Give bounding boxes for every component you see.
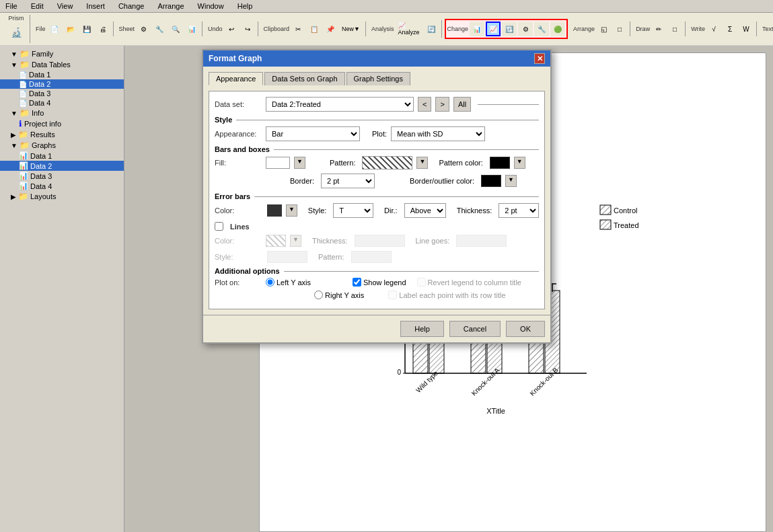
ok-btn[interactable]: OK	[506, 321, 545, 337]
help-btn[interactable]: Help	[400, 321, 444, 337]
fill-label: Fill:	[215, 159, 262, 167]
graphs-label: Graphs	[32, 141, 56, 149]
error-style-label: Style:	[308, 206, 327, 215]
change-btn5[interactable]: 🔧	[534, 22, 549, 36]
lines-color-box[interactable]	[266, 235, 286, 247]
show-legend-checkbox[interactable]	[353, 278, 361, 287]
cancel-btn[interactable]: Cancel	[449, 321, 501, 337]
menu-edit[interactable]: Edit	[28, 1, 46, 11]
prism-icon-btn[interactable]: 🔬	[5, 22, 27, 43]
error-thickness-select[interactable]: 2 pt	[499, 203, 539, 218]
sidebar-item-results[interactable]: ▶ 📁 Results	[0, 129, 124, 140]
border-color-dropdown[interactable]: ▼	[505, 175, 517, 187]
toolbar-analysis-section: Analysis 📈 Analyze 🔄	[369, 20, 442, 38]
change-btn6[interactable]: 🟢	[550, 22, 565, 36]
new-dropdown-btn[interactable]: New▼	[339, 22, 363, 36]
border-select[interactable]: 2 pt	[321, 174, 375, 188]
right-y-radio[interactable]	[314, 291, 323, 299]
right-y-radio-label[interactable]: Right Y axis	[314, 291, 364, 299]
format-graph-dialog: Format Graph ✕ Appearance Data Sets on G…	[202, 49, 552, 344]
dataset-all-btn[interactable]: All	[453, 97, 471, 112]
sidebar-item-datatables[interactable]: ▼ 📁 Data Tables	[0, 59, 124, 70]
tab-datasets-on-graph[interactable]: Data Sets on Graph	[264, 72, 344, 85]
menu-help[interactable]: Help	[235, 1, 256, 11]
prism-label: Prism	[9, 15, 24, 22]
label-each-checkbox-label[interactable]: Label each point with its row title	[388, 291, 505, 299]
error-dir-select[interactable]: Above	[404, 203, 446, 218]
left-y-radio[interactable]	[266, 278, 274, 287]
sidebar-item-data1[interactable]: 📄 Data 1	[0, 70, 124, 79]
menu-window[interactable]: Window	[195, 1, 227, 11]
draw-btn2[interactable]: □	[667, 22, 682, 36]
sidebar-item-graphs[interactable]: ▼ 📁 Graphs	[0, 140, 124, 151]
error-color-dropdown[interactable]: ▼	[286, 204, 297, 217]
sidebar-item-data2[interactable]: 📄 Data 2	[0, 79, 124, 89]
redo-btn[interactable]: ↪	[240, 22, 255, 36]
menu-insert[interactable]: Insert	[83, 1, 108, 11]
show-legend-checkbox-label[interactable]: Show legend	[353, 278, 406, 287]
arrange-btn2[interactable]: □	[612, 22, 627, 36]
sheet-btn1[interactable]: ⚙	[136, 22, 151, 36]
sidebar-item-graph-data1[interactable]: 📊 Data 1	[0, 151, 124, 161]
tab-graph-settings[interactable]: Graph Settings	[346, 72, 410, 85]
fill-dropdown-btn[interactable]: ▼	[294, 157, 305, 169]
new-btn[interactable]: 📄	[47, 22, 62, 36]
revert-legend-checkbox-label[interactable]: Revert legend to column title	[417, 278, 521, 287]
sidebar-item-graph-data4[interactable]: 📊 Data 4	[0, 181, 124, 191]
sidebar-item-projectinfo[interactable]: ℹ Project info	[0, 118, 124, 129]
analysis-btn2[interactable]: 🔄	[424, 20, 439, 38]
sidebar-item-graph-data3[interactable]: 📊 Data 3	[0, 171, 124, 181]
sheet-btn4[interactable]: 📊	[184, 22, 199, 36]
print-btn[interactable]: 🖨	[96, 22, 110, 36]
tab-appearance[interactable]: Appearance	[209, 72, 263, 85]
dialog-close-btn[interactable]: ✕	[534, 53, 545, 64]
dataset-row: Data set: Data 2:Treated < > All	[215, 97, 539, 112]
sidebar-item-data4[interactable]: 📄 Data 4	[0, 98, 124, 108]
dataset-next-btn[interactable]: >	[435, 97, 449, 112]
sidebar-item-graph-data2[interactable]: 📊 Data 2	[0, 161, 124, 171]
border-color-box[interactable]	[481, 175, 501, 187]
cut-btn[interactable]: ✂	[291, 22, 305, 36]
analyze-btn[interactable]: 📈 Analyze	[396, 20, 422, 38]
menu-file[interactable]: File	[3, 1, 20, 11]
save-btn[interactable]: 💾	[79, 22, 94, 36]
write-btn2[interactable]: Σ	[723, 22, 737, 36]
toolbar-sheet-section: Sheet ⚙ 🔧 🔍 📊	[116, 22, 203, 36]
draw-btn1[interactable]: ✏	[651, 22, 666, 36]
pattern-dropdown-btn[interactable]: ▼	[416, 157, 428, 169]
pattern-color-dropdown[interactable]: ▼	[514, 157, 525, 169]
sidebar-item-info[interactable]: ▼ 📁 Info	[0, 108, 124, 118]
fill-color-box[interactable]	[266, 157, 290, 169]
error-style-select[interactable]: T	[333, 203, 373, 218]
paste-btn[interactable]: 📌	[323, 22, 338, 36]
dialog-title: Format Graph	[209, 54, 262, 63]
menu-view[interactable]: View	[54, 1, 76, 11]
change-btn1[interactable]: 📊	[470, 22, 484, 36]
lines-checkbox[interactable]	[215, 222, 223, 231]
undo-btn[interactable]: ↩	[224, 22, 239, 36]
copy-btn[interactable]: 📋	[307, 22, 322, 36]
appearance-select[interactable]: Bar	[266, 126, 360, 141]
change-btn2[interactable]: 📈	[486, 22, 501, 36]
lines-pattern-box	[351, 251, 392, 263]
left-y-radio-label[interactable]: Left Y axis	[266, 278, 311, 287]
change-btn4[interactable]: ⚙	[518, 22, 533, 36]
pattern-color-box[interactable]	[490, 157, 510, 169]
error-color-box[interactable]	[267, 204, 282, 217]
menu-change[interactable]: Change	[116, 1, 147, 11]
write-btn3[interactable]: W	[739, 22, 753, 36]
sheet-btn2[interactable]: 🔧	[152, 22, 167, 36]
sidebar-item-family[interactable]: ▼ 📁 Family	[0, 48, 124, 59]
plot-select[interactable]: Mean with SD	[391, 126, 485, 141]
dataset-prev-btn[interactable]: <	[418, 97, 431, 112]
menu-arrange[interactable]: Arrange	[155, 1, 186, 11]
change-btn3[interactable]: 🔃	[502, 22, 517, 36]
sidebar-item-layouts[interactable]: ▶ 📁 Layouts	[0, 191, 124, 202]
open-btn[interactable]: 📂	[63, 22, 78, 36]
sidebar-item-data3[interactable]: 📄 Data 3	[0, 89, 124, 98]
graphs-expand-icon: ▼	[11, 142, 17, 149]
arrange-btn1[interactable]: ◱	[596, 22, 611, 36]
sheet-btn3[interactable]: 🔍	[168, 22, 183, 36]
write-btn1[interactable]: √	[706, 22, 721, 36]
dataset-select[interactable]: Data 2:Treated	[266, 97, 414, 112]
